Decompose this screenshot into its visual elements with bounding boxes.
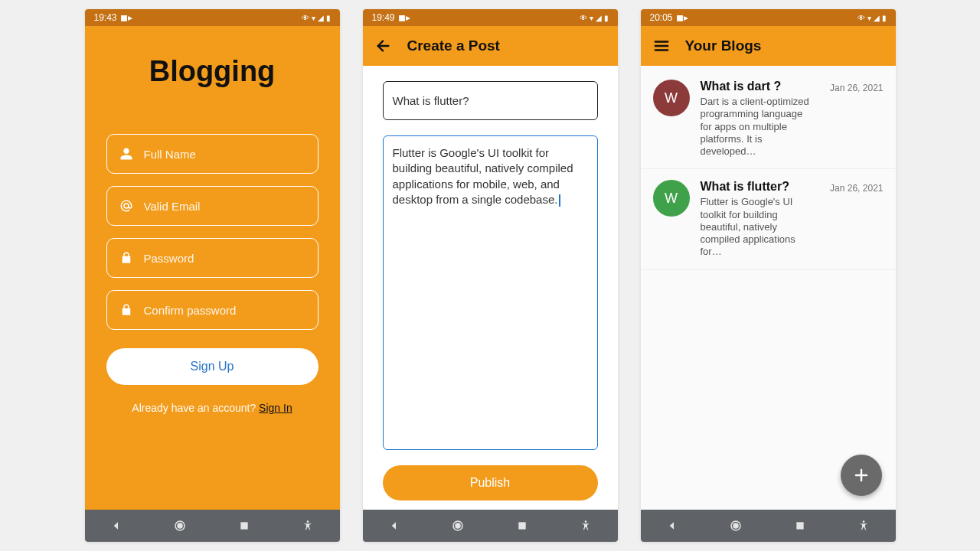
svg-point-0	[124, 204, 129, 208]
svg-point-2	[178, 523, 182, 528]
recent-nav-icon[interactable]	[515, 519, 529, 533]
password-placeholder: Password	[144, 252, 194, 265]
clock: 20:05	[650, 12, 673, 23]
blog-date: Jan 26, 2021	[830, 83, 883, 93]
plus-icon	[852, 466, 871, 484]
svg-point-6	[456, 523, 460, 528]
add-post-fab[interactable]	[841, 455, 882, 496]
notif-icon: ◼▸	[398, 12, 410, 23]
status-icons: 👁▾◢▮	[580, 14, 609, 22]
signin-row: Already have an account? Sign In	[132, 402, 292, 414]
status-icons: 👁▾◢▮	[302, 14, 331, 22]
home-nav-icon[interactable]	[173, 519, 187, 533]
app-bar: Create a Post	[363, 26, 618, 66]
back-nav-icon[interactable]	[387, 519, 401, 533]
blog-date: Jan 26, 2021	[830, 183, 883, 194]
blog-item[interactable]: W What is flutter? Flutter is Google's U…	[641, 169, 896, 269]
fullname-field[interactable]: Full Name	[106, 134, 318, 174]
post-body-value: Flutter is Google's UI toolkit for build…	[393, 146, 573, 206]
svg-rect-11	[796, 522, 803, 529]
back-nav-icon[interactable]	[109, 519, 123, 533]
avatar: W	[653, 180, 690, 217]
signin-link[interactable]: Sign In	[259, 402, 292, 414]
confirm-password-field[interactable]: Confirm password	[106, 290, 318, 330]
at-icon	[119, 199, 133, 213]
blog-title: What is dart ?	[701, 80, 815, 93]
page-title: Your Blogs	[685, 37, 762, 54]
notif-icon: ◼▸	[120, 12, 132, 23]
clock: 19:43	[94, 12, 117, 23]
accessibility-nav-icon[interactable]	[579, 519, 593, 533]
android-nav	[641, 510, 896, 542]
blog-excerpt: Flutter is Google's UI toolkit for build…	[701, 196, 815, 258]
accessibility-nav-icon[interactable]	[301, 519, 315, 533]
publish-button[interactable]: Publish	[383, 465, 598, 500]
menu-icon[interactable]	[653, 37, 670, 54]
app-bar: Your Blogs	[641, 26, 896, 66]
blog-excerpt: Dart is a client-optimized programming l…	[701, 96, 815, 158]
screen-signup: 19:43 ◼▸ 👁▾◢▮ Blogging Full Name Valid E…	[85, 9, 340, 542]
lock-icon	[119, 303, 133, 317]
back-icon[interactable]	[375, 37, 392, 54]
svg-rect-7	[518, 522, 525, 529]
blog-title: What is flutter?	[701, 180, 815, 194]
svg-point-8	[585, 520, 587, 523]
page-title: Create a Post	[407, 37, 500, 54]
back-nav-icon[interactable]	[665, 519, 679, 533]
text-cursor	[559, 194, 560, 207]
svg-point-10	[733, 523, 738, 528]
avatar-letter: W	[665, 90, 678, 106]
screen-create-post: 19:49 ◼▸ 👁▾◢▮ Create a Post What is flut…	[363, 9, 618, 542]
status-bar: 20:05 ◼▸ 👁▾◢▮	[641, 9, 896, 26]
blog-item[interactable]: W What is dart ? Dart is a client-optimi…	[641, 69, 896, 169]
email-placeholder: Valid Email	[144, 200, 201, 213]
recent-nav-icon[interactable]	[793, 519, 807, 533]
lock-icon	[119, 251, 133, 265]
signup-button[interactable]: Sign Up	[106, 348, 318, 385]
email-field[interactable]: Valid Email	[106, 186, 318, 226]
recent-nav-icon[interactable]	[237, 519, 251, 533]
fullname-placeholder: Full Name	[144, 148, 196, 161]
accessibility-nav-icon[interactable]	[857, 519, 871, 533]
android-nav	[85, 510, 340, 542]
home-nav-icon[interactable]	[729, 519, 743, 533]
app-title: Blogging	[149, 55, 276, 88]
status-bar: 19:43 ◼▸ 👁▾◢▮	[85, 9, 340, 26]
svg-point-4	[307, 520, 309, 523]
person-icon	[119, 147, 133, 161]
post-title-input[interactable]: What is flutter?	[383, 81, 598, 120]
home-nav-icon[interactable]	[451, 519, 465, 533]
post-title-value: What is flutter?	[393, 94, 469, 107]
svg-point-12	[863, 520, 865, 523]
confirm-placeholder: Confirm password	[144, 304, 237, 317]
screen-blog-list: 20:05 ◼▸ 👁▾◢▮ Your Blogs W What is dart …	[641, 9, 896, 542]
post-body-input[interactable]: Flutter is Google's UI toolkit for build…	[383, 135, 598, 450]
svg-rect-3	[240, 522, 247, 529]
avatar-letter: W	[665, 191, 678, 207]
clock: 19:49	[372, 12, 395, 23]
password-field[interactable]: Password	[106, 238, 318, 278]
avatar: W	[653, 80, 690, 116]
already-text: Already have an account?	[132, 402, 259, 414]
android-nav	[363, 510, 618, 542]
status-bar: 19:49 ◼▸ 👁▾◢▮	[363, 9, 618, 26]
notif-icon: ◼▸	[676, 12, 688, 23]
status-icons: 👁▾◢▮	[858, 14, 887, 22]
